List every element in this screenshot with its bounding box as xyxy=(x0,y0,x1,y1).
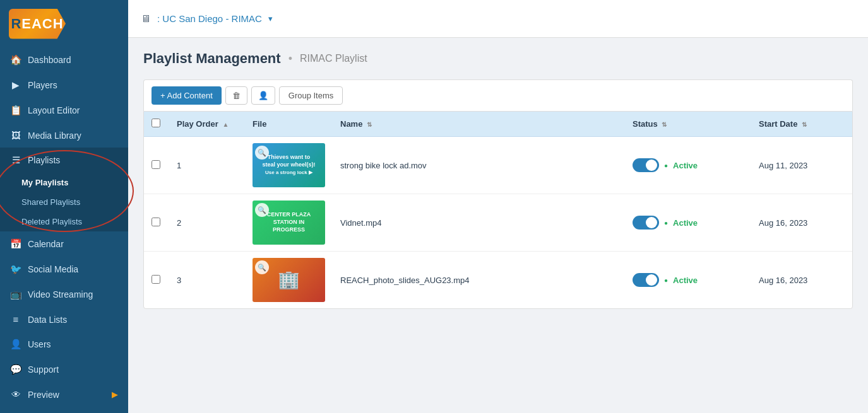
media-library-icon: 🖼 xyxy=(10,130,21,141)
col-play-order[interactable]: Play Order ▲ xyxy=(169,112,245,137)
sidebar-item-calendar[interactable]: 📅 Calendar xyxy=(0,231,128,257)
clone-icon: 👤 xyxy=(258,91,268,100)
row2-status-toggle[interactable] xyxy=(633,216,659,230)
row1-status-toggle-container: ● Active xyxy=(633,158,744,172)
table-row: 1 🔍 Thieves want tosteal your wheel(s)!U… xyxy=(144,137,852,194)
logo-text: REACH xyxy=(11,16,63,32)
sidebar-item-deleted-playlists[interactable]: Deleted Playlists xyxy=(0,212,128,231)
sidebar-item-social-media[interactable]: 🐦 Social Media xyxy=(0,257,128,282)
table-row: 2 🔍 CENTER PLAZASTATION INPROGRESS Vidne… xyxy=(144,194,852,252)
row3-status-cell: ● Active xyxy=(625,252,751,309)
sidebar-item-users[interactable]: 👤 Users xyxy=(0,332,128,357)
play-order-sort-icon: ▲ xyxy=(222,121,229,128)
row3-status-toggle[interactable] xyxy=(633,273,659,287)
row3-checkbox[interactable] xyxy=(152,275,160,284)
support-icon: 💬 xyxy=(10,364,21,375)
sidebar-item-players[interactable]: ▶ Players xyxy=(0,73,128,98)
sidebar-item-playlists[interactable]: ☰ Playlists xyxy=(0,148,128,173)
row1-checkbox[interactable] xyxy=(152,160,160,169)
social-media-icon: 🐦 xyxy=(10,264,21,275)
dashboard-icon: 🏠 xyxy=(10,54,21,66)
sidebar-label-players: Players xyxy=(28,80,57,90)
status-header: Status xyxy=(633,119,658,129)
row3-name: REACH_photo_slides_AUG23.mp4 xyxy=(333,252,625,309)
row2-checkbox[interactable] xyxy=(152,218,160,226)
logo[interactable]: REACH xyxy=(0,0,128,47)
subtitle-dot: • xyxy=(288,52,292,66)
row1-play-order: 1 xyxy=(169,137,245,194)
sidebar-item-dashboard[interactable]: 🏠 Dashboard xyxy=(0,47,128,73)
col-status[interactable]: Status ⇅ xyxy=(625,112,751,137)
row1-thumb-icon: 🔍 xyxy=(255,146,269,160)
calendar-icon: 📅 xyxy=(10,238,21,250)
sidebar-label-users: Users xyxy=(28,339,51,349)
sidebar-item-data-lists[interactable]: ≡ Data Lists xyxy=(0,307,128,332)
table-row: 3 🔍 🏢 REACH_photo_slides_AUG23.mp4 ● xyxy=(144,252,852,309)
row2-thumb-icon: 🔍 xyxy=(255,203,269,217)
monitor-icon: 🖥 xyxy=(141,13,151,25)
row1-thumb-text: Thieves want tosteal your wheel(s)!Use a… xyxy=(259,151,318,178)
clone-button[interactable]: 👤 xyxy=(251,86,275,105)
col-start-date[interactable]: Start Date ⇅ xyxy=(751,112,852,137)
layout-editor-icon: 📋 xyxy=(10,105,21,116)
row1-file-cell: 🔍 Thieves want tosteal your wheel(s)!Use… xyxy=(245,137,333,194)
sidebar-label-support: Support xyxy=(28,364,59,375)
row2-play-order: 2 xyxy=(169,194,245,252)
col-file: File xyxy=(245,112,333,137)
add-content-label: + Add Content xyxy=(160,91,213,100)
row3-checkbox-cell xyxy=(144,252,169,309)
sidebar-item-my-playlists[interactable]: My Playlists xyxy=(0,173,128,192)
add-content-button[interactable]: + Add Content xyxy=(152,86,222,105)
row1-status-toggle[interactable] xyxy=(633,158,659,172)
location-caret-icon[interactable]: ▾ xyxy=(268,14,273,23)
row3-thumb-text: 🏢 xyxy=(275,266,302,294)
page-title: Playlist Management xyxy=(143,50,281,67)
row3-start-date: Aug 16, 2023 xyxy=(751,252,852,309)
row2-status-dot: ● xyxy=(664,219,668,226)
sidebar-label-calendar: Calendar xyxy=(28,239,64,249)
data-lists-icon: ≡ xyxy=(10,314,21,325)
file-header: File xyxy=(253,119,266,129)
sidebar-item-layout-editor[interactable]: 📋 Layout Editor xyxy=(0,98,128,123)
location-text[interactable]: : UC San Diego - RIMAC xyxy=(157,13,262,24)
row2-thumb-text: CENTER PLAZASTATION INPROGRESS xyxy=(265,209,314,236)
name-sort-icon: ⇅ xyxy=(367,121,372,128)
row3-play-order: 3 xyxy=(169,252,245,309)
row2-status-cell: ● Active xyxy=(625,194,751,252)
my-playlists-label: My Playlists xyxy=(21,178,68,187)
start-date-sort-icon: ⇅ xyxy=(802,121,807,128)
row2-status-label: Active xyxy=(673,218,698,228)
sidebar-item-support[interactable]: 💬 Support xyxy=(0,357,128,382)
select-all-checkbox[interactable] xyxy=(152,119,160,127)
row2-file-cell: 🔍 CENTER PLAZASTATION INPROGRESS xyxy=(245,194,333,252)
playlists-icon: ☰ xyxy=(10,154,21,166)
sidebar-item-preview[interactable]: 👁 Preview ▶ xyxy=(0,382,128,407)
sidebar-label-video-streaming: Video Streaming xyxy=(28,289,93,300)
row1-start-date: Aug 11, 2023 xyxy=(751,137,852,194)
delete-button[interactable]: 🗑 xyxy=(225,86,247,105)
sidebar-item-media-library[interactable]: 🖼 Media Library xyxy=(0,123,128,148)
preview-icon: 👁 xyxy=(10,389,21,400)
page-title-row: Playlist Management • RIMAC Playlist xyxy=(143,50,853,67)
sidebar-item-shared-playlists[interactable]: Shared Playlists xyxy=(0,192,128,212)
group-items-button[interactable]: Group Items xyxy=(279,86,343,105)
row2-start-date: Aug 16, 2023 xyxy=(751,194,852,252)
page-subtitle: RIMAC Playlist xyxy=(300,53,367,64)
row3-status-label: Active xyxy=(673,276,698,285)
sidebar-label-dashboard: Dashboard xyxy=(28,55,71,65)
sidebar-item-video-streaming[interactable]: 📺 Video Streaming xyxy=(0,282,128,307)
table-wrapper: Play Order ▲ File Name ⇅ Status ⇅ xyxy=(143,111,853,309)
row1-status-dot: ● xyxy=(664,162,668,169)
shared-playlists-label: Shared Playlists xyxy=(21,197,80,207)
players-icon: ▶ xyxy=(10,79,21,91)
row3-status-toggle-container: ● Active xyxy=(633,273,744,287)
status-sort-icon: ⇅ xyxy=(662,121,667,128)
row2-name: Vidnet.mp4 xyxy=(333,194,625,252)
col-name[interactable]: Name ⇅ xyxy=(333,112,625,137)
row1-checkbox-cell xyxy=(144,137,169,194)
row2-status-toggle-container: ● Active xyxy=(633,216,744,230)
main-content: 🖥 : UC San Diego - RIMAC ▾ Playlist Mana… xyxy=(128,0,868,413)
page-area: Playlist Management • RIMAC Playlist + A… xyxy=(128,38,868,413)
sidebar-label-social-media: Social Media xyxy=(28,264,78,274)
playlists-sub-nav: My Playlists Shared Playlists Deleted Pl… xyxy=(0,173,128,231)
